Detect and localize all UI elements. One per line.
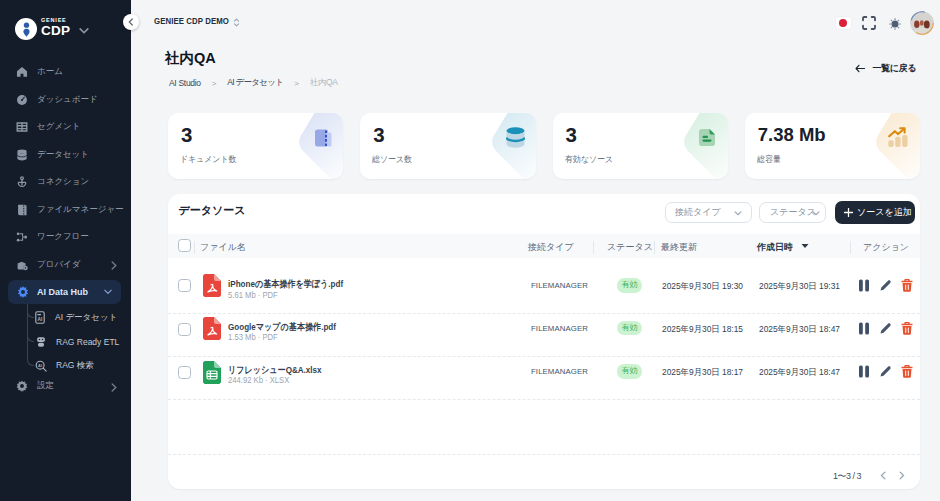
svg-text:AI: AI [38,363,42,368]
svg-text:AI: AI [38,317,43,322]
